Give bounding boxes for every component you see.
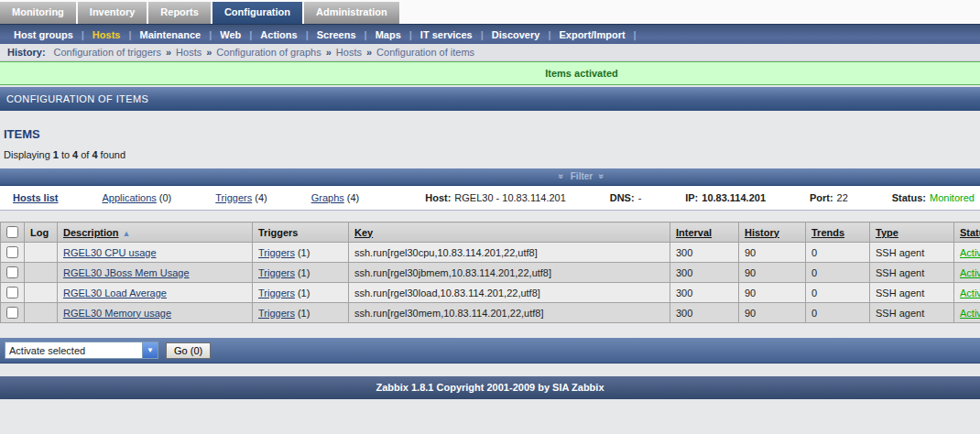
displaying-to-word: to bbox=[61, 149, 70, 160]
row-checkbox[interactable] bbox=[6, 246, 18, 258]
host-info-host: Host:RGEL30 - 10.83.114.201 bbox=[425, 192, 566, 203]
breadcrumb-link-configuration-of-triggers-0[interactable]: Configuration of triggers bbox=[54, 47, 161, 58]
go-button[interactable]: Go (0) bbox=[166, 342, 211, 359]
tab-reports[interactable]: Reports bbox=[148, 2, 211, 24]
item-status-link[interactable]: Active bbox=[960, 308, 980, 319]
row-checkbox[interactable] bbox=[6, 307, 18, 319]
host-info-port: Port:22 bbox=[810, 192, 848, 203]
host-info-value: 22 bbox=[837, 192, 848, 203]
breadcrumb-separator-icon: » bbox=[326, 47, 332, 58]
breadcrumb-separator-icon: » bbox=[166, 47, 171, 58]
host-tab-count: (4) bbox=[255, 192, 267, 203]
host-tab-link-hosts-list[interactable]: Hosts list bbox=[13, 192, 59, 203]
cell-description: RGEL30 JBoss Mem Usage bbox=[58, 263, 253, 283]
menu-item-screens[interactable]: Screens bbox=[309, 29, 365, 40]
menu-item-hosts[interactable]: Hosts bbox=[84, 29, 129, 40]
item-status-link[interactable]: Active bbox=[960, 247, 980, 258]
host-info: Host:RGEL30 - 10.83.114.201DNS:-IP:10.83… bbox=[425, 192, 975, 203]
breadcrumb-link-hosts-3[interactable]: Hosts bbox=[336, 47, 362, 58]
tab-configuration[interactable]: Configuration bbox=[212, 2, 302, 24]
cell-key: ssh.run[rgel30mem,10.83.114.201,22,utf8] bbox=[349, 303, 670, 323]
item-triggers-link[interactable]: Triggers bbox=[258, 288, 295, 298]
menu-item-host-groups[interactable]: Host groups bbox=[5, 29, 82, 40]
status-message-text: Items activated bbox=[0, 62, 980, 84]
footer: Zabbix 1.8.1 Copyright 2001-2009 by SIA … bbox=[0, 376, 980, 399]
select-all-checkbox[interactable] bbox=[6, 226, 18, 238]
host-info-status: Status:Monitored bbox=[892, 192, 975, 203]
host-tab-count: (0) bbox=[159, 192, 171, 203]
item-triggers-link[interactable]: Triggers bbox=[258, 308, 295, 319]
menu-item-it-services[interactable]: IT services bbox=[412, 29, 481, 40]
column-header-link-history[interactable]: History bbox=[745, 227, 779, 238]
displaying-summary: Displaying1to4of4found bbox=[4, 149, 980, 160]
cell-type: SSH agent bbox=[870, 283, 954, 303]
menu-item-discovery[interactable]: Discovery bbox=[484, 29, 549, 40]
column-header-link-interval[interactable]: Interval bbox=[676, 227, 712, 238]
displaying-to: 4 bbox=[72, 149, 78, 160]
item-description-link[interactable]: RGEL30 JBoss Mem Usage bbox=[63, 267, 190, 278]
row-checkbox[interactable] bbox=[6, 266, 18, 278]
host-info-label: DNS: bbox=[610, 192, 635, 203]
item-status-link[interactable]: Active bbox=[960, 288, 980, 298]
host-info-value: 10.83.114.201 bbox=[702, 192, 766, 203]
item-triggers-count: (1) bbox=[298, 267, 310, 278]
column-header-link-type[interactable]: Type bbox=[876, 227, 898, 238]
dropdown-arrow-icon: ▼ bbox=[142, 342, 158, 358]
host-tab-link-graphs[interactable]: Graphs bbox=[311, 192, 344, 203]
breadcrumb-link-configuration-of-graphs-2[interactable]: Configuration of graphs bbox=[216, 47, 321, 58]
cell-status: Active bbox=[954, 243, 980, 263]
cell-interval: 300 bbox=[670, 263, 739, 283]
host-info-value: Monitored bbox=[930, 192, 975, 203]
host-tab-link-applications[interactable]: Applications bbox=[103, 192, 157, 203]
cell-type: SSH agent bbox=[870, 263, 954, 283]
mass-action-select[interactable]: Activate selected ▼ bbox=[5, 342, 158, 359]
host-info-dns: DNS:- bbox=[610, 192, 642, 203]
cell-triggers: Triggers(1) bbox=[253, 243, 349, 263]
host-info-label: IP: bbox=[685, 192, 698, 203]
item-triggers-link[interactable]: Triggers bbox=[258, 247, 295, 258]
column-header-key: Key bbox=[349, 222, 670, 243]
menu-item-maintenance[interactable]: Maintenance bbox=[132, 29, 210, 40]
host-tab-link-triggers[interactable]: Triggers bbox=[215, 192, 252, 203]
host-tab-triggers: Triggers(4) bbox=[215, 192, 267, 203]
cell-history: 90 bbox=[739, 283, 806, 303]
items-table: LogDescription▲TriggersKeyIntervalHistor… bbox=[0, 222, 980, 323]
menu-item-web[interactable]: Web bbox=[212, 29, 249, 40]
menu-item-actions[interactable]: Actions bbox=[252, 29, 305, 40]
item-triggers-link[interactable]: Triggers bbox=[258, 267, 295, 278]
cell-triggers: Triggers(1) bbox=[253, 283, 349, 303]
item-description-link[interactable]: RGEL30 Memory usage bbox=[63, 308, 171, 319]
cell-checkbox bbox=[1, 283, 25, 303]
host-tab-count: (4) bbox=[347, 192, 359, 203]
column-header-link-trends[interactable]: Trends bbox=[811, 227, 844, 238]
column-header-status: Status bbox=[954, 222, 980, 243]
displaying-of-word: of bbox=[81, 149, 89, 160]
tab-administration[interactable]: Administration bbox=[304, 2, 399, 24]
column-header-trends: Trends bbox=[806, 222, 870, 243]
menu-item-export-import[interactable]: Export/Import bbox=[550, 29, 633, 40]
column-header-link-log: Log bbox=[30, 227, 49, 238]
item-description-link[interactable]: RGEL30 Load Average bbox=[63, 288, 167, 298]
main-nav-tabs: MonitoringInventoryReportsConfigurationA… bbox=[0, 0, 980, 24]
row-checkbox[interactable] bbox=[6, 287, 18, 298]
host-tab-applications: Applications(0) bbox=[103, 192, 172, 203]
filter-toggle[interactable]: »Filter» bbox=[0, 168, 980, 184]
cell-history: 90 bbox=[739, 303, 806, 323]
tab-monitoring[interactable]: Monitoring bbox=[0, 2, 76, 24]
table-row: RGEL30 Load AverageTriggers(1)ssh.run[rg… bbox=[1, 283, 980, 303]
host-info-label: Host: bbox=[425, 192, 451, 203]
column-header-link-status[interactable]: Status bbox=[960, 227, 980, 238]
item-triggers-count: (1) bbox=[298, 308, 310, 319]
breadcrumb-link-configuration-of-items-4[interactable]: Configuration of items bbox=[376, 47, 474, 58]
item-description-link[interactable]: RGEL30 CPU usage bbox=[63, 247, 157, 258]
tab-inventory[interactable]: Inventory bbox=[78, 2, 147, 24]
column-header-link-key[interactable]: Key bbox=[354, 227, 373, 238]
item-status-link[interactable]: Active bbox=[960, 267, 980, 278]
breadcrumb-link-hosts-1[interactable]: Hosts bbox=[176, 47, 201, 58]
host-tab-graphs: Graphs(4) bbox=[311, 192, 360, 203]
column-header-link-description[interactable]: Description bbox=[63, 227, 119, 238]
mass-action-selected-value: Activate selected bbox=[5, 345, 85, 356]
items-table-wrap: LogDescription▲TriggersKeyIntervalHistor… bbox=[0, 222, 980, 323]
menu-item-maps[interactable]: Maps bbox=[367, 29, 409, 40]
host-info-label: Port: bbox=[810, 192, 833, 203]
